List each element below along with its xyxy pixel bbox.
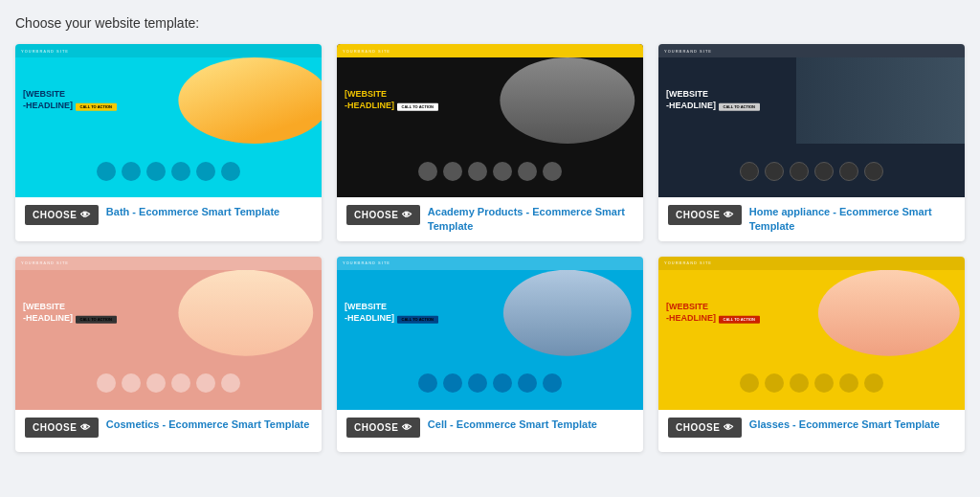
template-grid: YOURBRAND SITE [WEBSITE-HEADLINE] CALL T… — [15, 44, 965, 452]
template-circle — [468, 373, 487, 393]
template-topbar: YOURBRAND SITE — [15, 44, 322, 57]
template-logo: YOURBRAND SITE — [343, 260, 390, 265]
eye-icon: 👁 — [80, 210, 91, 220]
choose-button-3[interactable]: CHOOSE 👁 — [668, 205, 742, 225]
template-circle — [443, 162, 462, 181]
template-person — [475, 57, 643, 144]
template-hero: [WEBSITE-HEADLINE] CALL TO ACTION — [15, 270, 322, 356]
template-preview-4: YOURBRAND SITE [WEBSITE-HEADLINE] CALL T… — [15, 257, 322, 410]
template-topbar: YOURBRAND SITE — [658, 44, 965, 57]
choose-button-6[interactable]: CHOOSE 👁 — [668, 418, 742, 438]
template-logo: YOURBRAND SITE — [343, 49, 390, 54]
template-footer-5: CHOOSE 👁 Cell - Ecommerce Smart Template — [337, 410, 643, 452]
template-headline: [WEBSITE-HEADLINE] CALL TO ACTION — [345, 303, 438, 324]
template-name-3: Home appliance - Ecommerce Smart Templat… — [749, 205, 955, 234]
template-footer-3: CHOOSE 👁 Home appliance - Ecommerce Smar… — [658, 197, 965, 241]
template-footer-1: CHOOSE 👁 Bath - Ecommerce Smart Template — [15, 197, 322, 239]
template-circle — [418, 162, 437, 181]
template-figure — [475, 57, 643, 144]
choose-button-5[interactable]: CHOOSE 👁 — [346, 418, 420, 438]
template-hero: [WEBSITE-HEADLINE] CALL TO ACTION — [15, 57, 322, 144]
eye-icon: 👁 — [402, 210, 412, 220]
template-person — [153, 270, 322, 356]
template-name-1: Bath - Ecommerce Smart Template — [106, 205, 279, 219]
template-logo: YOURBRAND SITE — [664, 260, 712, 265]
template-circle — [543, 162, 562, 181]
template-cta-btn: CALL TO ACTION — [719, 315, 760, 323]
template-circle — [171, 162, 190, 181]
template-figure — [796, 270, 965, 356]
template-preview-5: YOURBRAND SITE [WEBSITE-HEADLINE] CALL T… — [337, 257, 643, 410]
template-logo: YOURBRAND SITE — [21, 49, 69, 54]
template-person — [153, 57, 322, 144]
template-figure — [153, 57, 322, 144]
template-circle — [97, 373, 116, 393]
template-bottom-icons — [337, 145, 643, 197]
template-cta-btn: CALL TO ACTION — [719, 103, 760, 111]
template-circle — [864, 162, 883, 181]
template-circle — [765, 373, 784, 393]
template-topbar: YOURBRAND SITE — [658, 257, 965, 270]
template-headline: [WEBSITE-HEADLINE] CALL TO ACTION — [666, 303, 760, 324]
template-footer-4: CHOOSE 👁 Cosmetics - Ecommerce Smart Tem… — [15, 410, 322, 452]
template-hero: [WEBSITE-HEADLINE] CALL TO ACTION — [337, 57, 643, 144]
eye-icon: 👁 — [80, 422, 91, 433]
template-circle — [518, 373, 537, 393]
template-name-5: Cell - Ecommerce Smart Template — [428, 418, 597, 432]
template-circle — [468, 162, 487, 181]
template-card-2: YOURBRAND SITE [WEBSITE-HEADLINE] CALL T… — [337, 44, 643, 241]
template-bottom-icons — [337, 357, 643, 410]
template-circle — [518, 162, 537, 181]
page-title: Choose your website template: — [15, 15, 965, 31]
template-bg: YOURBRAND SITE [WEBSITE-HEADLINE] CALL T… — [658, 44, 965, 197]
template-figure — [796, 57, 965, 144]
template-bg: YOURBRAND SITE [WEBSITE-HEADLINE] CALL T… — [15, 257, 322, 410]
template-name-4: Cosmetics - Ecommerce Smart Template — [106, 418, 310, 432]
template-person — [475, 270, 643, 356]
template-bottom-icons — [15, 357, 322, 410]
template-logo: YOURBRAND SITE — [664, 49, 712, 54]
eye-icon: 👁 — [724, 210, 734, 220]
template-circle — [740, 162, 759, 181]
template-topbar: YOURBRAND SITE — [337, 44, 643, 57]
template-topbar: YOURBRAND SITE — [15, 257, 322, 270]
template-card-6: YOURBRAND SITE [WEBSITE-HEADLINE] CALL T… — [658, 257, 965, 452]
choose-label: CHOOSE — [676, 422, 720, 433]
template-circle — [765, 162, 784, 181]
choose-button-2[interactable]: CHOOSE 👁 — [346, 205, 420, 225]
template-hero: [WEBSITE-HEADLINE] CALL TO ACTION — [658, 270, 965, 356]
template-circle — [146, 162, 166, 181]
template-name-2: Academy Products - Ecommerce Smart Templ… — [428, 205, 634, 234]
template-bg: YOURBRAND SITE [WEBSITE-HEADLINE] CALL T… — [337, 44, 643, 197]
template-headline: [WEBSITE-HEADLINE] CALL TO ACTION — [23, 303, 117, 324]
choose-button-1[interactable]: CHOOSE 👁 — [25, 205, 99, 225]
template-footer-6: CHOOSE 👁 Glasses - Ecommerce Smart Templ… — [658, 410, 965, 452]
template-footer-2: CHOOSE 👁 Academy Products - Ecommerce Sm… — [337, 197, 643, 241]
template-bg: YOURBRAND SITE [WEBSITE-HEADLINE] CALL T… — [658, 257, 965, 410]
template-logo: YOURBRAND SITE — [21, 260, 69, 265]
choose-label: CHOOSE — [33, 210, 77, 220]
template-card-5: YOURBRAND SITE [WEBSITE-HEADLINE] CALL T… — [337, 257, 643, 452]
template-bottom-icons — [15, 145, 322, 197]
template-circle — [543, 373, 562, 393]
choose-button-4[interactable]: CHOOSE 👁 — [25, 418, 99, 438]
template-headline: [WEBSITE-HEADLINE] CALL TO ACTION — [345, 90, 438, 111]
template-circle — [122, 162, 141, 181]
template-bottom-icons — [658, 357, 965, 410]
template-circle — [97, 162, 116, 181]
choose-label: CHOOSE — [354, 422, 398, 433]
template-circle — [814, 373, 834, 393]
template-circle — [790, 373, 809, 393]
template-bg: YOURBRAND SITE [WEBSITE-HEADLINE] CALL T… — [337, 257, 643, 410]
template-headline: [WEBSITE-HEADLINE] CALL TO ACTION — [666, 90, 760, 111]
template-circle — [146, 373, 166, 393]
template-circle — [814, 162, 834, 181]
template-circle — [740, 373, 759, 393]
eye-icon: 👁 — [402, 422, 412, 433]
template-preview-1: YOURBRAND SITE [WEBSITE-HEADLINE] CALL T… — [15, 44, 322, 197]
template-topbar: YOURBRAND SITE — [337, 257, 643, 270]
choose-label: CHOOSE — [676, 210, 720, 220]
template-circle — [790, 162, 809, 181]
choose-label: CHOOSE — [354, 210, 398, 220]
template-circle — [221, 373, 240, 393]
